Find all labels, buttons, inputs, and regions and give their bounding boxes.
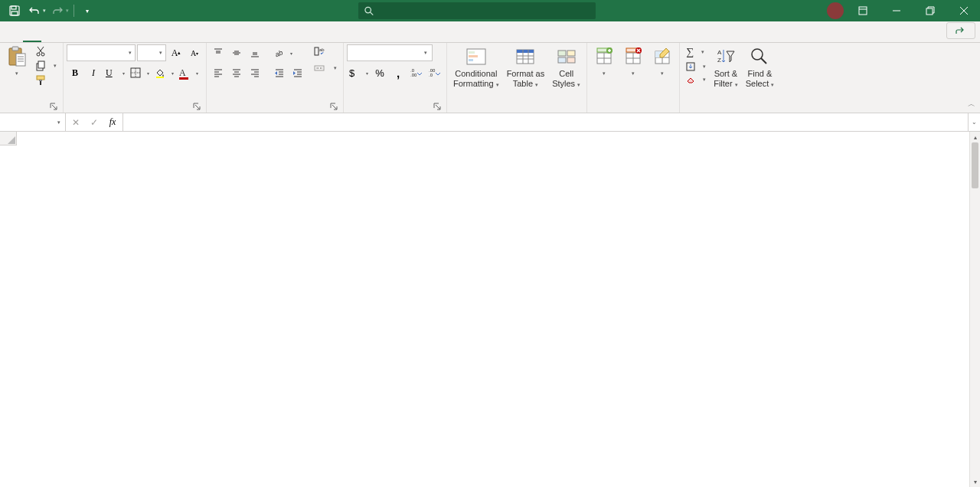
fill-color-button[interactable] [152,64,175,81]
group-label-styles [450,110,583,113]
cancel-formula-button[interactable]: ✕ [69,116,83,129]
customize-qat[interactable]: ▾ [79,2,96,19]
number-launcher[interactable] [433,103,442,112]
formula-bar-expand[interactable]: ⌄ [968,113,980,131]
save-button[interactable] [6,2,23,19]
decrease-decimal-button[interactable]: .00.0 [426,64,443,81]
align-middle-button[interactable] [228,44,245,61]
group-label-cells [590,110,676,113]
maximize-button[interactable] [916,0,945,21]
svg-rect-80 [567,57,575,63]
undo-dropdown[interactable]: ▾ [43,8,46,14]
font-color-button[interactable]: A [177,64,200,81]
align-right-button[interactable] [247,64,263,81]
borders-button[interactable] [128,64,151,81]
insert-cells-icon [593,46,615,67]
borders-icon [130,67,141,78]
autosum-button[interactable]: ∑▾ [683,44,709,60]
number-format-combo[interactable]: ▾ [347,44,433,61]
cell-styles-button[interactable]: CellStyles ▾ [549,44,583,90]
tab-acrobat[interactable] [188,32,207,42]
copy-button[interactable]: ▾ [32,59,60,73]
clipboard-launcher[interactable] [49,103,58,112]
alignment-launcher[interactable] [329,103,338,112]
underline-button[interactable]: U [103,64,126,81]
cells-area[interactable] [17,145,969,487]
collapse-ribbon-button[interactable]: ︿ [968,99,975,109]
tab-insert[interactable] [41,32,60,42]
tab-file[interactable] [5,32,23,42]
increase-decimal-button[interactable]: .0.00 [408,64,425,81]
accounting-format-button[interactable]: $ [347,64,370,81]
fill-button[interactable]: ▾ [683,60,709,73]
scroll-thumb[interactable] [972,142,978,188]
tab-data[interactable] [96,32,115,42]
svg-rect-12 [12,47,18,51]
redo-dropdown[interactable]: ▾ [66,8,69,14]
vertical-scrollbar[interactable]: ▴ ▾ [969,132,980,487]
font-name-combo[interactable]: ▾ [67,44,136,61]
sort-filter-button[interactable]: AZ Sort &Filter ▾ [710,44,741,90]
redo-button[interactable] [49,2,66,19]
tab-review[interactable] [115,32,133,42]
format-painter-button[interactable] [32,74,60,87]
avatar[interactable] [827,2,844,19]
format-as-table-button[interactable]: Format asTable ▾ [504,44,548,90]
scroll-down-button[interactable]: ▾ [970,476,980,487]
search-input[interactable] [378,5,590,16]
tab-table-design[interactable] [207,32,225,42]
clear-button[interactable]: ▾ [683,74,709,86]
cut-button[interactable] [32,44,60,58]
font-size-combo[interactable]: ▾ [137,44,166,61]
delete-cells-button[interactable]: ▾ [619,44,647,78]
tab-home[interactable] [23,32,41,42]
align-bottom-button[interactable] [247,44,263,61]
minimize-button[interactable] [882,0,911,21]
bold-button[interactable]: B [67,64,83,81]
decrease-indent-button[interactable] [271,64,288,81]
italic-button[interactable]: I [85,64,102,81]
svg-line-103 [761,58,766,64]
comma-button[interactable]: , [390,64,407,81]
wrap-text-button[interactable]: ab [311,44,340,58]
increase-font-button[interactable]: A▴ [168,44,185,61]
align-top-button[interactable] [210,44,227,61]
select-all-corner[interactable] [0,132,17,145]
close-button[interactable] [949,0,978,21]
insert-function-button[interactable]: fx [106,116,119,129]
svg-rect-22 [38,61,44,68]
formula-input[interactable] [123,113,968,131]
scroll-up-button[interactable]: ▴ [970,132,980,142]
decrease-font-button[interactable]: A▾ [186,44,203,61]
increase-indent-button[interactable] [289,64,306,81]
merge-center-button[interactable]: ▾ [311,61,340,75]
tab-view[interactable] [133,32,152,42]
paste-button[interactable]: ▾ [3,44,31,78]
search-icon [364,6,374,16]
format-painter-icon [35,75,46,86]
find-select-button[interactable]: Find &Select ▾ [743,44,778,90]
name-box-input[interactable] [5,117,43,128]
tab-help[interactable] [170,32,188,42]
conditional-formatting-button[interactable]: ConditionalFormatting ▾ [450,44,502,90]
tab-formulas[interactable] [78,32,96,42]
insert-cells-button[interactable]: ▾ [590,44,618,78]
format-cells-button[interactable]: ▾ [648,44,676,78]
search-box[interactable] [358,2,596,19]
share-button[interactable] [946,22,975,39]
tab-developer[interactable] [152,32,170,42]
align-center-button[interactable] [228,64,245,81]
align-left-button[interactable] [210,64,227,81]
qat-separator [74,5,74,17]
font-launcher[interactable] [192,103,201,112]
undo-button[interactable] [26,2,43,19]
tab-page-layout[interactable] [60,32,78,42]
enter-formula-button[interactable]: ✓ [87,116,101,129]
ribbon-display-options[interactable] [848,0,877,21]
svg-rect-24 [39,80,42,81]
orientation-button[interactable]: ab [271,44,294,61]
svg-text:A: A [717,49,722,56]
percent-button[interactable]: % [371,64,388,81]
name-box[interactable]: ▾ [0,113,66,131]
format-as-table-icon [514,46,536,67]
